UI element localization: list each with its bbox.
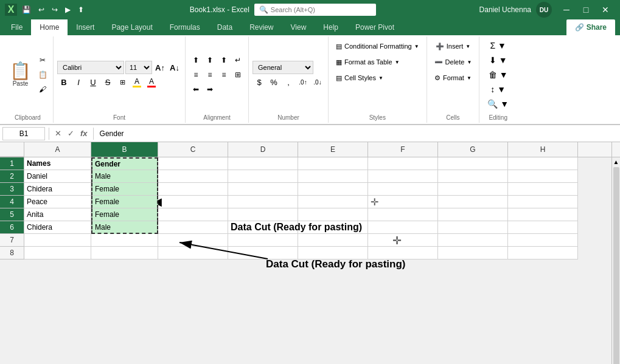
sum-btn[interactable]: Σ ▼ bbox=[486, 39, 510, 52]
fill-btn[interactable]: ⬇ ▼ bbox=[485, 53, 512, 67]
tab-power-pivot[interactable]: Power Pivot bbox=[347, 19, 403, 35]
cell-b4[interactable]: Female bbox=[91, 196, 158, 208]
find-btn[interactable]: 🔍 ▼ bbox=[483, 97, 513, 111]
row-header-1[interactable]: 1 bbox=[0, 157, 24, 170]
cell-c8[interactable] bbox=[158, 247, 228, 259]
row-header-3[interactable]: 3 bbox=[0, 183, 24, 196]
col-header-a[interactable]: A bbox=[24, 142, 91, 157]
comma-btn[interactable]: , bbox=[282, 75, 295, 89]
align-right-btn[interactable]: ≡ bbox=[217, 68, 231, 81]
align-left-btn[interactable]: ≡ bbox=[189, 68, 203, 81]
cancel-formula-btn[interactable]: ✕ bbox=[53, 129, 63, 138]
col-header-c[interactable]: C bbox=[158, 142, 228, 157]
vertical-scrollbar[interactable]: ▲ ▼ bbox=[611, 157, 620, 364]
cell-a5[interactable]: Anita bbox=[24, 208, 91, 221]
cell-a7[interactable] bbox=[24, 234, 91, 247]
cell-e4[interactable] bbox=[298, 196, 368, 208]
border-button[interactable]: ⊞ bbox=[116, 75, 129, 89]
col-header-f[interactable]: F bbox=[368, 142, 438, 157]
cell-e1[interactable] bbox=[298, 157, 368, 170]
cell-a8[interactable] bbox=[24, 247, 91, 259]
cell-c2[interactable] bbox=[158, 170, 228, 183]
cell-a4[interactable]: Peace bbox=[24, 196, 91, 208]
cell-h2[interactable] bbox=[508, 170, 578, 183]
col-header-h[interactable]: H bbox=[508, 142, 578, 157]
tab-help[interactable]: Help bbox=[315, 19, 347, 35]
cell-c7[interactable] bbox=[158, 234, 228, 247]
cell-f4[interactable]: ✛ bbox=[368, 196, 438, 208]
cell-g8[interactable] bbox=[438, 247, 508, 259]
cell-e7[interactable] bbox=[298, 234, 368, 247]
font-color-button[interactable]: A bbox=[145, 75, 158, 89]
tab-data[interactable]: Data bbox=[209, 19, 241, 35]
cell-a3[interactable]: Chidera bbox=[24, 183, 91, 196]
cell-g6[interactable] bbox=[438, 221, 508, 234]
scroll-thumb-v[interactable] bbox=[613, 167, 619, 364]
cell-h5[interactable] bbox=[508, 208, 578, 221]
strikethrough-button[interactable]: S bbox=[101, 75, 114, 89]
share-btn[interactable]: 🔗 Share bbox=[566, 19, 615, 35]
undo-btn[interactable]: ↩ bbox=[36, 4, 47, 15]
search-input[interactable] bbox=[271, 6, 356, 13]
cell-b8[interactable] bbox=[91, 247, 158, 259]
confirm-formula-btn[interactable]: ✓ bbox=[66, 129, 76, 138]
cell-h4[interactable] bbox=[508, 196, 578, 208]
cell-a2[interactable]: Daniel bbox=[24, 170, 91, 183]
conditional-formatting-btn[interactable]: ▤ Conditional Formatting ▼ bbox=[332, 39, 423, 53]
cell-g3[interactable] bbox=[438, 183, 508, 196]
row-header-7[interactable]: 7 bbox=[0, 234, 24, 247]
cell-e2[interactable] bbox=[298, 170, 368, 183]
tab-page-layout[interactable]: Page Layout bbox=[103, 19, 161, 35]
cell-g4[interactable] bbox=[438, 196, 508, 208]
cell-e3[interactable] bbox=[298, 183, 368, 196]
insert-function-btn[interactable]: fx bbox=[78, 129, 89, 138]
cell-b7[interactable] bbox=[91, 234, 158, 247]
cell-h7[interactable] bbox=[508, 234, 578, 247]
cell-b3[interactable]: Female bbox=[91, 183, 158, 196]
col-header-e[interactable]: E bbox=[298, 142, 368, 157]
cell-d6[interactable]: Data Cut (Ready for pasting) bbox=[228, 221, 298, 234]
tab-home[interactable]: Home bbox=[31, 19, 68, 35]
cell-ref-box[interactable] bbox=[2, 127, 45, 140]
user-avatar[interactable]: DU bbox=[536, 2, 552, 18]
cell-h3[interactable] bbox=[508, 183, 578, 196]
number-format-select[interactable]: General bbox=[253, 61, 313, 74]
cell-c1[interactable] bbox=[158, 157, 228, 170]
cell-e5[interactable] bbox=[298, 208, 368, 221]
cell-f7[interactable] bbox=[368, 234, 438, 247]
cell-f1[interactable] bbox=[368, 157, 438, 170]
align-top-right-btn[interactable]: ⬆ bbox=[217, 53, 231, 67]
cell-f3[interactable] bbox=[368, 183, 438, 196]
align-top-center-btn[interactable]: ⬆ bbox=[203, 53, 217, 67]
redo-btn[interactable]: ↪ bbox=[49, 4, 60, 15]
cell-d5[interactable] bbox=[228, 208, 298, 221]
cell-b1[interactable]: Gender bbox=[91, 157, 158, 170]
bold-button[interactable]: B bbox=[57, 75, 71, 89]
merge-btn[interactable]: ⊞ bbox=[231, 68, 245, 81]
col-header-d[interactable]: D bbox=[228, 142, 298, 157]
cell-d1[interactable] bbox=[228, 157, 298, 170]
tab-formulas[interactable]: Formulas bbox=[161, 19, 209, 35]
row-header-4[interactable]: 4 bbox=[0, 196, 24, 208]
col-header-b[interactable]: B bbox=[91, 142, 158, 157]
cell-d3[interactable] bbox=[228, 183, 298, 196]
tab-view[interactable]: View bbox=[282, 19, 315, 35]
play-btn[interactable]: ▶ bbox=[63, 4, 73, 15]
row-header-5[interactable]: 5 bbox=[0, 208, 24, 221]
indent-increase-btn[interactable]: ➡ bbox=[203, 83, 217, 96]
cell-h8[interactable] bbox=[508, 247, 578, 259]
copy-button[interactable]: 📋 bbox=[36, 68, 49, 81]
format-as-table-btn[interactable]: ▦ Format as Table ▼ bbox=[332, 55, 403, 69]
cell-c5[interactable] bbox=[158, 208, 228, 221]
indent-decrease-btn[interactable]: ⬅ bbox=[189, 83, 203, 96]
cell-g7[interactable] bbox=[438, 234, 508, 247]
cell-f6[interactable] bbox=[368, 221, 438, 234]
font-grow-btn[interactable]: A↑ bbox=[153, 61, 167, 74]
cell-a1[interactable]: Names bbox=[24, 157, 91, 170]
cell-c3[interactable] bbox=[158, 183, 228, 196]
cut-button[interactable]: ✂ bbox=[36, 53, 49, 67]
font-size-select[interactable]: 11 bbox=[125, 61, 152, 74]
row-header-8[interactable]: 8 bbox=[0, 247, 24, 259]
cell-h1[interactable] bbox=[508, 157, 578, 170]
font-shrink-btn[interactable]: A↓ bbox=[168, 61, 181, 74]
